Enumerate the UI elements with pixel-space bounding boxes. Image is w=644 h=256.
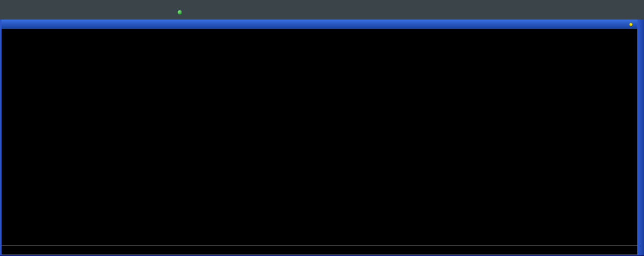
marker-row-m1[interactable] bbox=[537, 46, 635, 53]
trace-tag[interactable] bbox=[629, 23, 634, 26]
marker-d2-freq bbox=[564, 30, 635, 38]
header-col-level bbox=[4, 2, 63, 16]
marker-d2-name bbox=[537, 30, 564, 38]
vbw-led-icon bbox=[178, 10, 182, 14]
field-meas-time[interactable] bbox=[178, 2, 242, 9]
header-col-freq bbox=[70, 2, 173, 16]
marker-readout-table bbox=[537, 30, 635, 61]
sweep-axis-bar bbox=[2, 245, 637, 254]
field-att[interactable] bbox=[4, 9, 63, 16]
field-mode[interactable] bbox=[70, 9, 173, 16]
marker-m1-time bbox=[564, 53, 635, 61]
plot-area bbox=[2, 29, 636, 245]
header-col-meas bbox=[178, 2, 242, 16]
trace-active-dot-icon bbox=[629, 23, 633, 26]
trace-plot-svg bbox=[2, 29, 636, 245]
channel-bar bbox=[0, 0, 644, 20]
analyzer-screen bbox=[0, 0, 644, 256]
marker-row-d2[interactable] bbox=[537, 30, 635, 38]
marker-m1-name bbox=[537, 46, 564, 53]
field-ref-level[interactable] bbox=[4, 2, 63, 9]
frequency-window bbox=[0, 20, 638, 255]
marker-row-d2-time bbox=[537, 38, 635, 46]
window-title-bar[interactable] bbox=[2, 20, 637, 29]
field-vbw[interactable] bbox=[178, 9, 242, 16]
marker-d2-time bbox=[564, 38, 635, 46]
field-center-freq[interactable] bbox=[70, 2, 173, 9]
marker-m1-freq bbox=[564, 46, 635, 53]
softkey-strip bbox=[638, 20, 644, 255]
marker-row-m1-time bbox=[537, 53, 635, 61]
